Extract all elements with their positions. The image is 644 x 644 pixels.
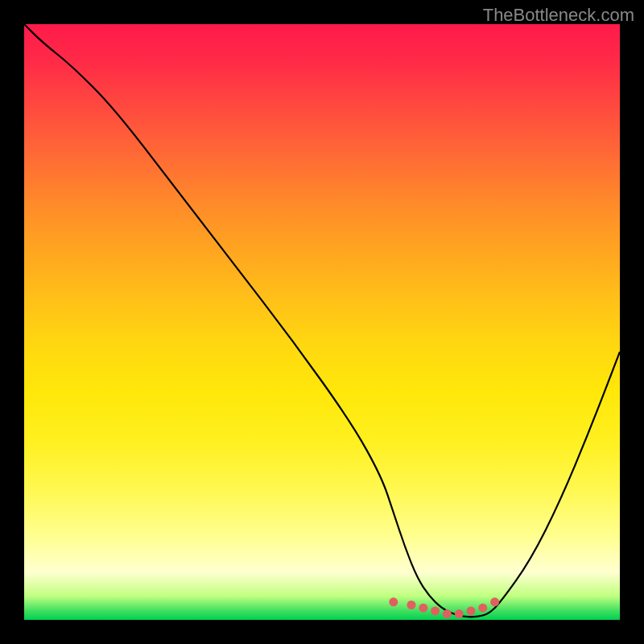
optimal-marker bbox=[419, 604, 427, 613]
plot-area bbox=[24, 24, 620, 620]
optimal-marker bbox=[389, 597, 398, 606]
watermark-text: TheBottleneck.com bbox=[483, 5, 634, 26]
chart-svg bbox=[24, 24, 620, 620]
optimal-marker bbox=[443, 609, 452, 618]
optimal-marker bbox=[431, 606, 440, 615]
optimal-marker bbox=[467, 606, 476, 615]
optimal-marker bbox=[407, 601, 416, 609]
optimal-marker bbox=[455, 609, 464, 618]
bottleneck-curve bbox=[24, 24, 620, 617]
optimal-marker bbox=[490, 597, 499, 606]
optimal-marker bbox=[478, 604, 487, 613]
